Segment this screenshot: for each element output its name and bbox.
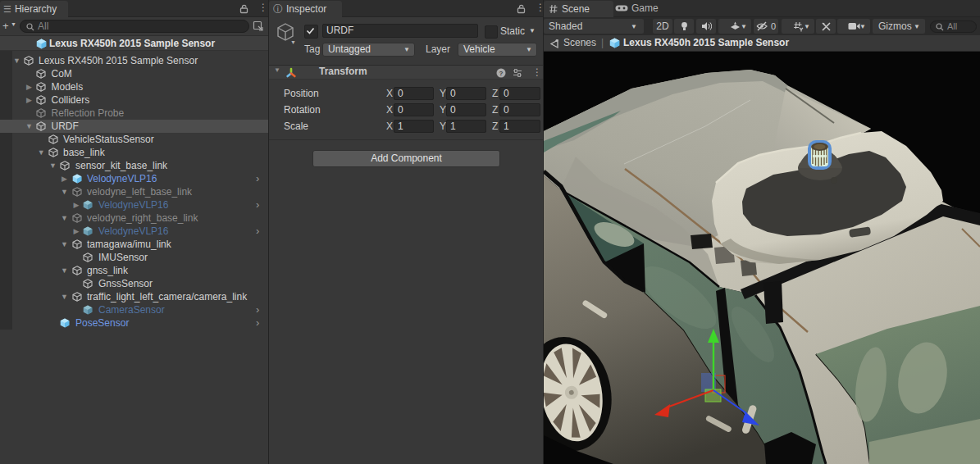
svg-text:?: ? bbox=[499, 70, 504, 77]
